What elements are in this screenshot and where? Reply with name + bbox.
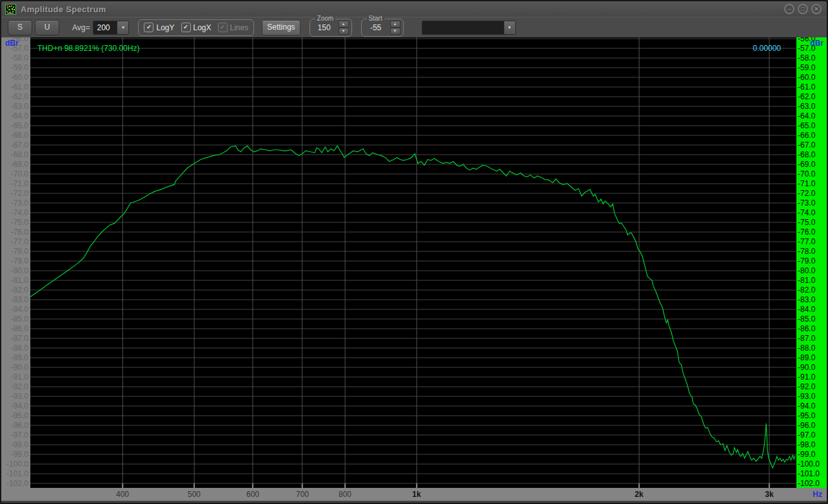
y-tick-label-left: -82.0 (1, 286, 30, 295)
x-tick-label: 600 (246, 490, 259, 499)
y-tick-label-left: -68.0 (1, 150, 30, 159)
y-tick-label-left: -95.0 (1, 411, 30, 420)
y-tick-label-right: -66.0 (796, 131, 827, 140)
y-tick-label-right: -92.0 (796, 382, 827, 391)
y-tick-label-right: -89.0 (796, 353, 827, 362)
window-controls: – □ ✕ (784, 4, 827, 14)
y-tick-label-left: -92.0 (1, 382, 30, 391)
check-icon[interactable]: ✔ (144, 23, 153, 32)
u-button[interactable]: U (35, 20, 59, 35)
y-tick-label-right: -80.0 (796, 266, 827, 275)
x-tick-label: 500 (188, 490, 201, 499)
logx-checkbox[interactable]: ✔ LogX (181, 23, 212, 32)
y-tick-label-left: -66.0 (1, 131, 30, 140)
y-tick-label-left: -79.0 (1, 257, 30, 266)
y-unit-label-left: dBr (5, 39, 19, 48)
y-tick-label-left: -100.0 (1, 460, 30, 469)
zoom-spinbox: Zoom 150 ▲ ▼ (310, 19, 352, 37)
y-tick-label-left: -90.0 (1, 363, 30, 372)
y-tick-label-left: -62.0 (1, 92, 30, 101)
y-tick-label-left: -93.0 (1, 392, 30, 401)
y-tick-label-right: -72.0 (796, 189, 827, 198)
avg-combobox[interactable]: 200 ▼ (93, 21, 129, 35)
spinner-down-icon[interactable]: ▼ (339, 28, 349, 35)
spectrum-curve (30, 146, 795, 468)
y-tick-label-left: -87.0 (1, 334, 30, 343)
thd-readout: THD+n 98.8921% (730.00Hz) (37, 44, 139, 53)
y-tick-label-right: -100.0 (796, 460, 827, 469)
x-tick-label: 2k (635, 490, 643, 499)
minimize-button[interactable]: – (784, 4, 794, 14)
y-tick-label-left: -76.0 (1, 228, 30, 237)
y-tick-label-right: -60.0 (796, 73, 827, 82)
maximize-button[interactable]: □ (798, 4, 808, 14)
spectrum-plot[interactable]: THD+n 98.8921% (730.00Hz) 0.00000 (30, 37, 796, 488)
logy-checkbox[interactable]: ✔ LogY (144, 23, 174, 32)
preset-combobox[interactable]: ▼ (422, 21, 516, 35)
y-tick-label-right: -88.0 (796, 344, 827, 353)
spinner-up-icon[interactable]: ▲ (339, 21, 349, 28)
start-spinbox: Start -55 ▲ ▼ (361, 19, 404, 37)
start-spinner: ▲ ▼ (390, 21, 400, 35)
window-title: Amplitude Spectrum (21, 5, 106, 14)
y-tick-label-left: -69.0 (1, 160, 30, 169)
check-icon[interactable]: ✔ (181, 23, 191, 32)
y-tick-label-right: -69.0 (796, 160, 827, 169)
zoom-spinner: ▲ ▼ (339, 21, 349, 35)
y-tick-label-left: -101.0 (1, 469, 30, 478)
y-tick-label-left: -88.0 (1, 344, 30, 353)
y-tick-label-left: -75.0 (1, 218, 30, 227)
y-tick-label-right: -68.0 (796, 150, 827, 159)
spinner-down-icon[interactable]: ▼ (390, 28, 400, 35)
s-button[interactable]: S (8, 20, 32, 35)
y-tick-label-right: -98.0 (796, 440, 827, 449)
y-tick-label-left: -98.0 (1, 440, 30, 449)
y-tick-label-right: -82.0 (796, 286, 827, 295)
y-tick-label-left: -65.0 (1, 121, 30, 130)
spinner-up-icon[interactable]: ▲ (390, 21, 400, 28)
y-tick-label-left: -84.0 (1, 305, 30, 314)
y-tick-label-left: -97.0 (1, 431, 30, 440)
y-tick-label-left: -86.0 (1, 324, 30, 333)
title-bar[interactable]: Amplitude Spectrum – □ ✕ (1, 1, 827, 17)
y-tick-label-right: -71.0 (796, 179, 827, 188)
y-tick-label-right: -61.0 (796, 82, 827, 92)
y-tick-label-right: -74.0 (796, 208, 827, 217)
y-tick-label-right: -81.0 (796, 276, 827, 285)
y-tick-label-right: -76.0 (796, 228, 827, 237)
y-tick-label-right: -62.0 (796, 92, 827, 101)
y-tick-label-right: -83.0 (796, 295, 827, 304)
y-tick-label-right: -97.0 (796, 431, 827, 440)
preset-value (422, 21, 504, 34)
x-tick-label: 400 (116, 490, 129, 499)
start-value[interactable]: -55 (362, 23, 390, 32)
y-tick-label-left: -85.0 (1, 315, 30, 324)
y-tick-label-right: -94.0 (796, 402, 827, 411)
x-tick-label: 1k (412, 490, 420, 499)
y-tick-label-right: -63.0 (796, 102, 827, 111)
y-tick-label-right: -67.0 (796, 141, 827, 150)
x-tick-label: 700 (296, 490, 309, 499)
y-tick-label-right: -77.0 (796, 237, 827, 246)
y-axis-right: -56.0-57.0-58.0-59.0-60.0-61.0-62.0-63.0… (796, 37, 827, 488)
y-tick-label-left: -64.0 (1, 111, 30, 121)
zoom-value[interactable]: 150 (310, 23, 339, 32)
cursor-readout: 0.00000 (753, 44, 781, 53)
y-tick-label-left: -63.0 (1, 102, 30, 111)
close-button[interactable]: ✕ (811, 4, 822, 14)
amplitude-spectrum-window: Amplitude Spectrum – □ ✕ S U Avg= 200 ▼ … (0, 0, 828, 504)
settings-button[interactable]: Settings (262, 20, 300, 35)
x-unit-label: Hz (813, 490, 822, 499)
lines-checkbox: ✔ Lines (218, 23, 249, 32)
y-tick-label-left: -59.0 (1, 63, 30, 72)
x-tick-label: 800 (339, 490, 351, 499)
y-tick-label-left: -99.0 (1, 450, 30, 459)
y-tick-label-left: -71.0 (1, 179, 30, 188)
y-tick-label-left: -70.0 (1, 170, 30, 179)
y-tick-label-left: -78.0 (1, 247, 30, 256)
chevron-down-icon[interactable]: ▼ (504, 21, 515, 34)
start-group-label: Start (367, 15, 384, 22)
y-tick-label-right: -101.0 (796, 469, 827, 478)
chevron-down-icon[interactable]: ▼ (117, 21, 128, 34)
y-tick-label-left: -102.0 (1, 479, 30, 488)
